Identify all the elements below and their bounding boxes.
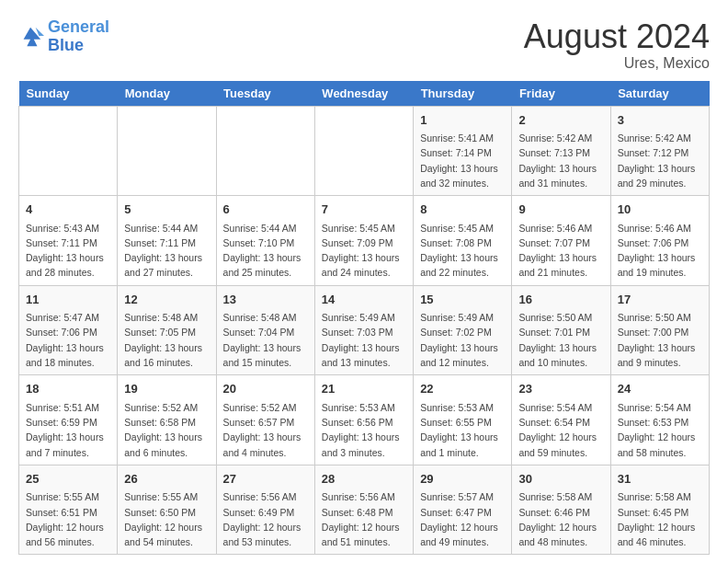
- calendar-cell: 28Sunrise: 5:56 AM Sunset: 6:48 PM Dayli…: [314, 465, 413, 555]
- calendar-cell: 13Sunrise: 5:48 AM Sunset: 7:04 PM Dayli…: [216, 285, 314, 375]
- day-info: Sunrise: 5:50 AM Sunset: 7:01 PM Dayligh…: [518, 310, 603, 370]
- week-row-5: 25Sunrise: 5:55 AM Sunset: 6:51 PM Dayli…: [19, 465, 710, 555]
- day-number: 27: [223, 470, 308, 488]
- header-thursday: Thursday: [414, 81, 512, 107]
- page-subtitle: Ures, Mexico: [524, 55, 710, 72]
- day-number: 19: [124, 380, 209, 398]
- day-info: Sunrise: 5:51 AM Sunset: 6:59 PM Dayligh…: [26, 400, 110, 460]
- calendar-cell: 22Sunrise: 5:53 AM Sunset: 6:55 PM Dayli…: [414, 375, 512, 465]
- day-number: 13: [223, 291, 308, 309]
- logo-line2: Blue: [48, 36, 84, 54]
- day-number: 4: [26, 201, 110, 219]
- calendar-cell: 10Sunrise: 5:46 AM Sunset: 7:06 PM Dayli…: [610, 196, 709, 286]
- calendar-cell: 9Sunrise: 5:46 AM Sunset: 7:07 PM Daylig…: [512, 196, 610, 286]
- week-row-2: 4Sunrise: 5:43 AM Sunset: 7:11 PM Daylig…: [19, 196, 710, 286]
- calendar-cell: 21Sunrise: 5:53 AM Sunset: 6:56 PM Dayli…: [314, 375, 413, 465]
- calendar-cell: 18Sunrise: 5:51 AM Sunset: 6:59 PM Dayli…: [19, 375, 118, 465]
- logo-icon: [18, 24, 44, 50]
- calendar-cell: 20Sunrise: 5:52 AM Sunset: 6:57 PM Dayli…: [216, 375, 314, 465]
- day-info: Sunrise: 5:56 AM Sunset: 6:49 PM Dayligh…: [223, 489, 308, 549]
- calendar-cell: 3Sunrise: 5:42 AM Sunset: 7:12 PM Daylig…: [610, 106, 709, 196]
- day-info: Sunrise: 5:54 AM Sunset: 6:53 PM Dayligh…: [618, 400, 702, 460]
- day-number: 3: [618, 111, 702, 130]
- day-info: Sunrise: 5:48 AM Sunset: 7:05 PM Dayligh…: [124, 310, 209, 370]
- day-info: Sunrise: 5:52 AM Sunset: 6:58 PM Dayligh…: [124, 400, 209, 460]
- calendar-cell: 8Sunrise: 5:45 AM Sunset: 7:08 PM Daylig…: [414, 196, 512, 286]
- day-number: 29: [420, 470, 505, 488]
- calendar-cell: [19, 106, 118, 196]
- day-info: Sunrise: 5:56 AM Sunset: 6:48 PM Dayligh…: [322, 489, 406, 549]
- calendar-cell: 30Sunrise: 5:58 AM Sunset: 6:46 PM Dayli…: [512, 465, 610, 555]
- calendar-cell: [216, 106, 314, 196]
- day-info: Sunrise: 5:55 AM Sunset: 6:51 PM Dayligh…: [26, 489, 110, 549]
- calendar-cell: [118, 106, 216, 196]
- day-info: Sunrise: 5:53 AM Sunset: 6:55 PM Dayligh…: [420, 400, 505, 460]
- calendar-cell: 7Sunrise: 5:45 AM Sunset: 7:09 PM Daylig…: [314, 196, 413, 286]
- day-number: 31: [618, 470, 702, 488]
- day-number: 25: [26, 470, 110, 488]
- calendar-cell: 23Sunrise: 5:54 AM Sunset: 6:54 PM Dayli…: [512, 375, 610, 465]
- day-number: 21: [322, 380, 406, 398]
- day-number: 1: [420, 111, 505, 130]
- calendar-cell: 15Sunrise: 5:49 AM Sunset: 7:02 PM Dayli…: [414, 285, 512, 375]
- header-saturday: Saturday: [610, 81, 709, 107]
- day-info: Sunrise: 5:43 AM Sunset: 7:11 PM Dayligh…: [26, 221, 110, 281]
- calendar-cell: 27Sunrise: 5:56 AM Sunset: 6:49 PM Dayli…: [216, 465, 314, 555]
- day-info: Sunrise: 5:53 AM Sunset: 6:56 PM Dayligh…: [322, 400, 406, 460]
- header-sunday: Sunday: [19, 81, 118, 107]
- day-info: Sunrise: 5:41 AM Sunset: 7:14 PM Dayligh…: [420, 131, 505, 190]
- header-wednesday: Wednesday: [314, 81, 413, 107]
- day-number: 11: [26, 291, 110, 309]
- logo: General Blue: [18, 18, 109, 55]
- day-info: Sunrise: 5:46 AM Sunset: 7:07 PM Dayligh…: [518, 221, 603, 281]
- day-number: 17: [618, 291, 702, 309]
- day-info: Sunrise: 5:50 AM Sunset: 7:00 PM Dayligh…: [618, 310, 702, 370]
- title-block: August 2024 Ures, Mexico: [524, 18, 710, 72]
- calendar-cell: 6Sunrise: 5:44 AM Sunset: 7:10 PM Daylig…: [216, 196, 314, 286]
- calendar-cell: 25Sunrise: 5:55 AM Sunset: 6:51 PM Dayli…: [19, 465, 118, 555]
- logo-line1: General: [48, 17, 109, 36]
- day-info: Sunrise: 5:48 AM Sunset: 7:04 PM Dayligh…: [223, 310, 308, 370]
- day-number: 24: [618, 380, 702, 398]
- day-number: 18: [26, 380, 110, 398]
- day-number: 10: [618, 201, 702, 219]
- calendar-cell: 2Sunrise: 5:42 AM Sunset: 7:13 PM Daylig…: [512, 106, 610, 196]
- calendar-cell: 31Sunrise: 5:58 AM Sunset: 6:45 PM Dayli…: [610, 465, 709, 555]
- header-monday: Monday: [118, 81, 216, 107]
- week-row-1: 1Sunrise: 5:41 AM Sunset: 7:14 PM Daylig…: [19, 106, 710, 196]
- day-number: 9: [518, 201, 603, 219]
- svg-marker-1: [36, 28, 44, 36]
- day-number: 8: [420, 201, 505, 219]
- calendar-cell: [314, 106, 413, 196]
- day-info: Sunrise: 5:44 AM Sunset: 7:11 PM Dayligh…: [124, 221, 209, 281]
- page-header: General Blue August 2024 Ures, Mexico: [18, 18, 710, 72]
- day-number: 15: [420, 291, 505, 309]
- day-info: Sunrise: 5:58 AM Sunset: 6:46 PM Dayligh…: [518, 489, 603, 549]
- day-info: Sunrise: 5:49 AM Sunset: 7:02 PM Dayligh…: [420, 310, 505, 370]
- day-info: Sunrise: 5:47 AM Sunset: 7:06 PM Dayligh…: [26, 310, 110, 370]
- calendar-cell: 19Sunrise: 5:52 AM Sunset: 6:58 PM Dayli…: [118, 375, 216, 465]
- day-number: 16: [518, 291, 603, 309]
- calendar-cell: 4Sunrise: 5:43 AM Sunset: 7:11 PM Daylig…: [19, 196, 118, 286]
- day-number: 23: [518, 380, 603, 398]
- calendar-cell: 24Sunrise: 5:54 AM Sunset: 6:53 PM Dayli…: [610, 375, 709, 465]
- calendar-cell: 12Sunrise: 5:48 AM Sunset: 7:05 PM Dayli…: [118, 285, 216, 375]
- calendar-table: SundayMondayTuesdayWednesdayThursdayFrid…: [18, 81, 710, 556]
- day-number: 2: [518, 111, 603, 130]
- day-number: 7: [322, 201, 406, 219]
- calendar-cell: 14Sunrise: 5:49 AM Sunset: 7:03 PM Dayli…: [314, 285, 413, 375]
- day-info: Sunrise: 5:45 AM Sunset: 7:08 PM Dayligh…: [420, 221, 505, 281]
- day-number: 6: [223, 201, 308, 219]
- calendar-cell: 29Sunrise: 5:57 AM Sunset: 6:47 PM Dayli…: [414, 465, 512, 555]
- calendar-cell: 1Sunrise: 5:41 AM Sunset: 7:14 PM Daylig…: [414, 106, 512, 196]
- calendar-cell: 26Sunrise: 5:55 AM Sunset: 6:50 PM Dayli…: [118, 465, 216, 555]
- day-info: Sunrise: 5:44 AM Sunset: 7:10 PM Dayligh…: [223, 221, 308, 281]
- day-info: Sunrise: 5:58 AM Sunset: 6:45 PM Dayligh…: [618, 489, 702, 549]
- day-info: Sunrise: 5:49 AM Sunset: 7:03 PM Dayligh…: [322, 310, 406, 370]
- day-number: 12: [124, 291, 209, 309]
- calendar-cell: 17Sunrise: 5:50 AM Sunset: 7:00 PM Dayli…: [610, 285, 709, 375]
- day-number: 30: [518, 470, 603, 488]
- day-info: Sunrise: 5:42 AM Sunset: 7:12 PM Dayligh…: [618, 131, 702, 190]
- week-row-3: 11Sunrise: 5:47 AM Sunset: 7:06 PM Dayli…: [19, 285, 710, 375]
- header-tuesday: Tuesday: [216, 81, 314, 107]
